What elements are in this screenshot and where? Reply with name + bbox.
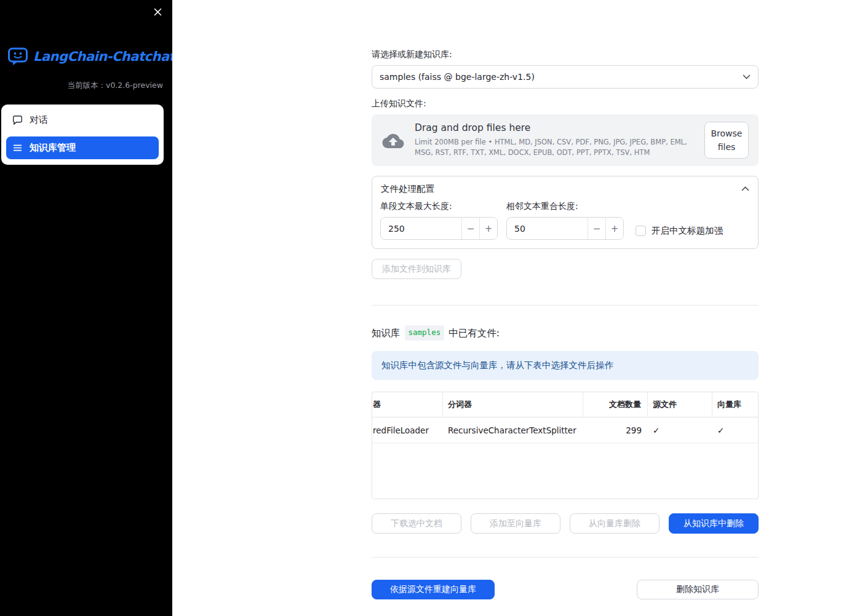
table-row[interactable]: redFileLoader RecursiveCharacterTextSpli… — [372, 417, 758, 443]
chevron-up-icon — [741, 186, 749, 191]
info-banner: 知识库中包含源文件与向量库，请从下表中选择文件后操作 — [372, 351, 759, 380]
column-header-doc-count: 文档数量 — [583, 392, 648, 417]
close-icon — [153, 9, 162, 18]
table-empty-area — [372, 443, 758, 499]
sidebar-item-label: 知识库管理 — [30, 142, 76, 154]
divider — [372, 557, 759, 558]
config-expander-title: 文件处理配置 — [381, 183, 434, 195]
max-length-increment-button[interactable]: + — [479, 218, 497, 239]
files-table: 器 分词器 文档数量 源文件 向量库 redFileLoader Recursi… — [372, 392, 759, 499]
sidebar-item-knowledge-base[interactable]: 知识库管理 — [6, 136, 159, 159]
max-length-decrement-button[interactable]: − — [461, 218, 479, 239]
content-column: 请选择或新建知识库: samples (faiss @ bge-large-zh… — [372, 0, 759, 616]
dropzone-text: Drag and drop files here Limit 200MB per… — [415, 122, 695, 157]
overlap-length-decrement-button[interactable]: − — [588, 218, 605, 239]
cell-source-file-check: ✓ — [648, 417, 712, 443]
column-header-source-file: 源文件 — [648, 392, 712, 417]
title-enhance-label: 开启中文标题加强 — [652, 225, 723, 237]
kb-actions: 依据源文件重建向量库 删除知识库 — [372, 580, 759, 616]
cell-loader: redFileLoader — [372, 417, 443, 443]
logo-icon — [7, 47, 28, 66]
dropzone-title: Drag and drop files here — [415, 122, 695, 133]
file-actions: 下载选中文档 添加至向量库 从向量库删除 从知识库中删除 — [372, 513, 759, 534]
config-expander: 文件处理配置 单段文本最大长度: − + — [372, 176, 759, 249]
list-icon — [12, 143, 23, 153]
max-length-value[interactable] — [381, 218, 461, 239]
kb-files-heading: 知识库 samples 中已有文件: — [372, 325, 759, 341]
main-content: 请选择或新建知识库: samples (faiss @ bge-large-zh… — [172, 0, 849, 616]
overlap-length-value[interactable] — [507, 218, 588, 239]
sidebar: LangChain-Chatchat 当前版本：v0.2.6-preview 对… — [0, 0, 172, 616]
overlap-length-increment-button[interactable]: + — [605, 218, 623, 239]
chat-bubble-icon — [12, 115, 23, 125]
rebuild-vector-store-button[interactable]: 依据源文件重建向量库 — [372, 580, 495, 599]
overlap-length-label: 相邻文本重合长度: — [506, 201, 624, 212]
chevron-down-icon — [743, 74, 751, 79]
kb-selectbox[interactable]: samples (faiss @ bge-large-zh-v1.5) — [372, 65, 759, 89]
sidebar-close-button[interactable] — [151, 5, 165, 19]
delete-from-kb-button[interactable]: 从知识库中删除 — [669, 513, 759, 534]
kb-name-code: samples — [405, 325, 445, 341]
sidebar-item-label: 对话 — [30, 114, 48, 126]
kb-files-heading-prefix: 知识库 — [372, 327, 401, 339]
add-to-vector-store-button[interactable]: 添加至向量库 — [471, 513, 560, 534]
files-table-header: 器 分词器 文档数量 源文件 向量库 — [372, 392, 758, 417]
upload-cloud-icon — [381, 130, 405, 150]
max-length-field: 单段文本最大长度: − + — [380, 201, 498, 240]
logo-text: LangChain-Chatchat — [33, 49, 175, 64]
browse-files-button[interactable]: Browse files — [704, 122, 749, 159]
cell-doc-count: 299 — [583, 417, 648, 443]
sidebar-item-dialogue[interactable]: 对话 — [6, 110, 159, 130]
title-enhance-checkbox[interactable] — [636, 226, 646, 236]
sidebar-menu: 对话 知识库管理 — [1, 105, 164, 165]
max-length-label: 单段文本最大长度: — [380, 201, 498, 212]
kb-select-label: 请选择或新建知识库: — [372, 49, 759, 60]
cell-vector-store-check: ✓ — [712, 417, 758, 443]
column-header-splitter: 分词器 — [443, 392, 583, 417]
info-banner-text: 知识库中包含源文件与向量库，请从下表中选择文件后操作 — [381, 360, 613, 371]
file-uploader-dropzone[interactable]: Drag and drop files here Limit 200MB per… — [372, 114, 759, 166]
upload-label: 上传知识文件: — [372, 98, 759, 109]
config-expander-body: 单段文本最大长度: − + 相邻文本重合长度: − + — [372, 201, 758, 248]
add-files-button[interactable]: 添加文件到知识库 — [372, 259, 461, 279]
title-enhance-field: 开启中文标题加强 — [636, 201, 723, 240]
kb-selected-value: samples (faiss @ bge-large-zh-v1.5) — [380, 72, 535, 82]
divider — [372, 305, 759, 306]
config-expander-header[interactable]: 文件处理配置 — [372, 176, 758, 201]
kb-files-heading-suffix: 中已有文件: — [448, 327, 500, 339]
column-header-loader: 器 — [372, 392, 443, 417]
version-label: 当前版本：v0.2.6-preview — [0, 81, 163, 91]
max-length-input: − + — [380, 217, 498, 240]
cell-splitter: RecursiveCharacterTextSplitter — [443, 417, 583, 443]
logo: LangChain-Chatchat — [7, 47, 172, 66]
download-selected-button[interactable]: 下载选中文档 — [372, 513, 461, 534]
delete-kb-button[interactable]: 删除知识库 — [637, 580, 759, 599]
overlap-length-input: − + — [506, 217, 624, 240]
app: LangChain-Chatchat 当前版本：v0.2.6-preview 对… — [0, 0, 849, 616]
overlap-length-field: 相邻文本重合长度: − + — [506, 201, 624, 240]
column-header-vector-store: 向量库 — [712, 392, 758, 417]
delete-from-vector-store-button[interactable]: 从向量库删除 — [570, 513, 660, 534]
dropzone-limit: Limit 200MB per file • HTML, MD, JSON, C… — [415, 137, 695, 157]
